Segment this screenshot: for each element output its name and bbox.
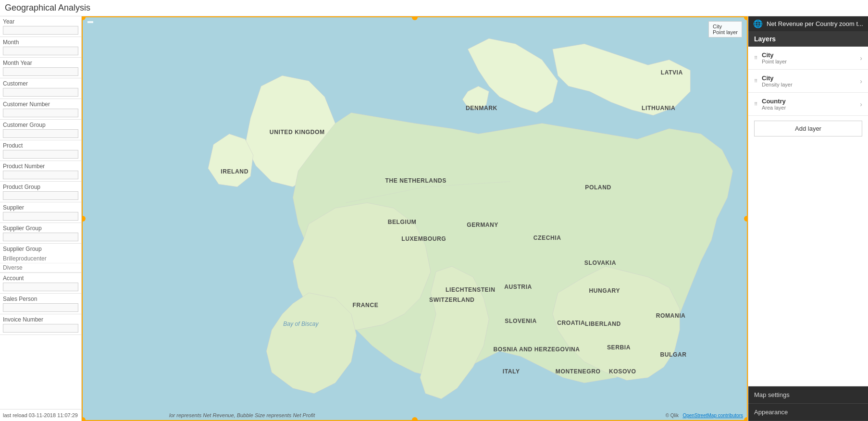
right-panel-header-title: Net Revenue per Country zoom t... (767, 20, 863, 27)
svg-text:LIBERLAND: LIBERLAND (585, 321, 621, 327)
filter-label: Month (3, 39, 78, 46)
filter-input[interactable] (3, 233, 78, 241)
layer-chevron-icon: › (860, 77, 862, 85)
svg-text:LATVIA: LATVIA (661, 69, 683, 76)
filter-label: Sales Person (3, 296, 78, 302)
resize-handle-br[interactable] (744, 417, 748, 421)
right-panel-bottom: Map settingsAppearance (748, 386, 868, 421)
svg-text:HUNGARY: HUNGARY (589, 287, 620, 294)
layer-item-left: ⠿ Country Area layer (754, 98, 786, 111)
svg-text:GERMANY: GERMANY (467, 222, 498, 228)
filter-input[interactable] (3, 129, 78, 138)
svg-text:ITALY: ITALY (503, 368, 520, 375)
filter-input[interactable] (3, 171, 78, 179)
filter-input[interactable] (3, 88, 78, 97)
filter-label: Customer (3, 80, 78, 87)
filter-item-supplier: Supplier (0, 202, 81, 223)
filter-label: Product Number (3, 163, 78, 170)
filter-label: Product (3, 142, 78, 149)
layer-chevron-icon: › (860, 54, 862, 62)
filter-label: Supplier Group (3, 225, 78, 232)
svg-text:KOSOVO: KOSOVO (609, 368, 636, 375)
layer-name-main: Country (762, 98, 786, 105)
map-footer-note: lor represents Net Revenue, Bubble Size … (169, 412, 315, 418)
filter-item-year: Year (0, 16, 81, 37)
bottom-section-appearance[interactable]: Appearance (748, 404, 868, 421)
resize-handle-bm[interactable] (412, 417, 418, 421)
supplier-group-section: Supplier Group BrilleproducenterDiverse (0, 244, 81, 273)
map-container[interactable]: City Point layer (82, 16, 748, 421)
filter-label: Customer Group (3, 122, 78, 128)
add-layer-button[interactable]: Add layer (754, 121, 862, 136)
svg-text:SLOVAKIA: SLOVAKIA (584, 260, 616, 266)
layer-drag-handle[interactable]: ⠿ (754, 102, 758, 107)
layer-drag-handle[interactable]: ⠿ (754, 79, 758, 84)
svg-text:BELGIUM: BELGIUM (388, 219, 417, 225)
svg-text:SWITZERLAND: SWITZERLAND (429, 297, 474, 303)
map-attribution: © Qlik OpenStreetMap contributors (666, 413, 743, 418)
svg-text:SERBIA: SERBIA (607, 344, 631, 351)
layer-item-0[interactable]: ⠿ City Point layer › (748, 47, 868, 70)
filter-input[interactable] (3, 212, 78, 221)
filter-item-sales-person: Sales Person (0, 294, 81, 314)
filter-item-customer: Customer (0, 78, 81, 99)
svg-text:IRELAND: IRELAND (221, 168, 248, 175)
filter-input[interactable] (3, 150, 78, 159)
layer-item-left: ⠿ City Density layer (754, 74, 793, 87)
svg-text:BULGAR: BULGAR (660, 351, 687, 358)
svg-text:Bay of Biscay: Bay of Biscay (283, 321, 319, 327)
svg-text:AUSTRIA: AUSTRIA (504, 284, 532, 290)
map-legend: City Point layer (708, 21, 742, 37)
filter-item-product-group: Product Group (0, 182, 81, 202)
supplier-group-section-label: Supplier Group (0, 244, 81, 254)
filter-item-customer-group: Customer Group (0, 120, 81, 140)
map-chart-title (87, 21, 93, 23)
bottom-section-map-settings[interactable]: Map settings (748, 386, 868, 404)
layer-item-left: ⠿ City Point layer (754, 51, 787, 64)
svg-text:LUXEMBOURG: LUXEMBOURG (401, 235, 446, 242)
qlik-credit: © Qlik (666, 413, 682, 418)
filter-item-customer-number: Customer Number (0, 99, 81, 120)
supplier-group-item[interactable]: Diverse (0, 263, 81, 272)
sidebar-footer: last reload 03-11-2018 11:07:29 (0, 409, 81, 421)
svg-text:THE NETHERLANDS: THE NETHERLANDS (385, 177, 446, 184)
filter-label: Invoice Number (3, 316, 78, 323)
filter-label: Account (3, 275, 78, 282)
filter-label: Supplier (3, 204, 78, 211)
filter-input[interactable] (3, 47, 78, 55)
filter-item-month: Month (0, 37, 81, 58)
filter-input[interactable] (3, 26, 78, 35)
layer-name-main: City (762, 51, 787, 59)
svg-text:FRANCE: FRANCE (353, 302, 379, 309)
layer-name-sub: Density layer (762, 82, 793, 87)
layer-info: Country Area layer (762, 98, 786, 111)
filter-label: Customer Number (3, 101, 78, 108)
svg-text:LIECHTENSTEIN: LIECHTENSTEIN (446, 286, 495, 293)
layer-item-2[interactable]: ⠿ Country Area layer › (748, 93, 868, 116)
filter-input[interactable] (3, 109, 78, 117)
svg-text:SLOVENIA: SLOVENIA (505, 318, 536, 324)
filter-item-invoice-number: Invoice Number (0, 314, 81, 335)
svg-text:UNITED KINGDOM: UNITED KINGDOM (270, 129, 325, 136)
svg-text:CROATIA: CROATIA (557, 320, 585, 326)
filter-label: Product Group (3, 184, 78, 190)
filter-input[interactable] (3, 191, 78, 200)
osm-attribution-link[interactable]: OpenStreetMap contributors (682, 413, 743, 418)
svg-text:CZECHIA: CZECHIA (533, 235, 561, 241)
filter-item-supplier-group: Supplier Group (0, 223, 81, 244)
filter-label: Year (3, 18, 78, 25)
filter-input[interactable] (3, 324, 78, 333)
filter-input[interactable] (3, 67, 78, 76)
map-legend-line2: Point layer (713, 29, 738, 35)
layer-drag-handle[interactable]: ⠿ (754, 56, 758, 61)
resize-handle-rm[interactable] (744, 216, 748, 222)
page-title: Geographical Analysis (0, 0, 868, 16)
svg-text:POLAND: POLAND (585, 184, 611, 191)
filter-input[interactable] (3, 303, 78, 312)
svg-text:ROMANIA: ROMANIA (656, 312, 686, 319)
filter-input[interactable] (3, 283, 78, 291)
layer-item-1[interactable]: ⠿ City Density layer › (748, 70, 868, 93)
layer-info: City Point layer (762, 51, 787, 64)
supplier-group-item[interactable]: Brilleproducenter (0, 254, 81, 263)
layer-chevron-icon: › (860, 100, 862, 108)
